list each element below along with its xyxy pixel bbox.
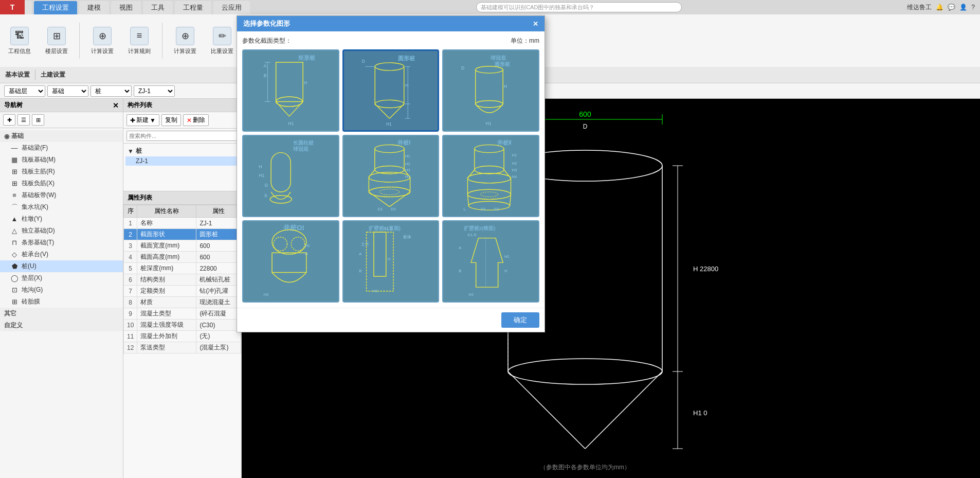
svg-text:L: L	[464, 207, 466, 211]
svg-text:D1 D: D1 D	[384, 226, 393, 231]
svg-text:D1: D1	[481, 207, 486, 211]
svg-line-19	[289, 101, 303, 116]
svg-text:H1: H1	[373, 289, 378, 293]
svg-text:H1: H1	[504, 254, 510, 259]
svg-point-28	[375, 63, 404, 70]
svg-text:H3: H3	[512, 168, 517, 172]
svg-text:球冠底: 球冠底	[293, 146, 308, 152]
svg-text:H1: H1	[386, 121, 392, 127]
svg-text:井桩Ⅱ: 井桩Ⅱ	[497, 139, 511, 146]
dialog-close-btn[interactable]: ✕	[533, 20, 538, 28]
shape-card-well-pile-1[interactable]: 井桩Ⅰ	[342, 135, 440, 217]
svg-point-90	[468, 189, 511, 199]
svg-text:B: B	[264, 73, 267, 78]
svg-text:H: H	[504, 84, 507, 89]
svg-point-31	[375, 100, 404, 108]
svg-text:B: B	[359, 269, 361, 273]
svg-text:H: H	[304, 80, 307, 85]
svg-text:圆形桩: 圆形桩	[495, 61, 511, 67]
svg-point-84	[475, 166, 504, 173]
svg-rect-54	[271, 153, 291, 192]
svg-line-73	[389, 192, 410, 207]
shape-card-round-pile[interactable]: 圆形桩 D H	[342, 49, 440, 132]
svg-point-70	[369, 187, 410, 197]
shape-card-well-pile-2[interactable]: 井桩Ⅱ	[442, 135, 539, 217]
svg-text:H1: H1	[405, 154, 410, 158]
svg-text:D: D	[265, 183, 268, 188]
svg-line-32	[375, 104, 389, 118]
svg-text:H: H	[504, 269, 507, 273]
svg-point-104	[274, 237, 287, 251]
unit-label: 单位：mm	[511, 37, 539, 45]
svg-text:D2: D2	[494, 207, 499, 211]
shape-card-retaining-pile-2[interactable]: 扩壁桩2(锥面) D1 D A B H1 H H2	[442, 220, 539, 303]
shape-card-oval-sphere-pile[interactable]: 长圆柱桩 球冠底 H H1 D b	[242, 135, 339, 217]
svg-rect-115	[374, 232, 386, 276]
svg-text:D1 D: D1 D	[468, 233, 477, 237]
dialog-title-bar: 选择参数化图形 ✕	[237, 16, 545, 31]
svg-text:扩壁桩2(锥面): 扩壁桩2(锥面)	[463, 225, 496, 231]
svg-point-103	[272, 229, 306, 254]
svg-point-87	[468, 173, 511, 183]
svg-text:长圆柱桩: 长圆柱桩	[293, 140, 314, 146]
svg-text:D1: D1	[377, 207, 383, 211]
dialog-body: 参数化截面类型： 单位：mm 矩形桩 A	[237, 31, 545, 308]
svg-text:H3: H3	[405, 168, 410, 172]
svg-point-94	[469, 201, 510, 210]
svg-text:D2: D2	[391, 207, 396, 211]
svg-text:H1: H1	[259, 173, 264, 178]
svg-text:球冠底: 球冠底	[491, 55, 506, 61]
svg-text:H2: H2	[512, 161, 517, 166]
svg-rect-106	[272, 253, 306, 272]
shape-card-sphere-bottom-pile[interactable]: 球冠底 圆形桩 D H H1	[442, 49, 539, 132]
dialog-title-text: 选择参数化图形	[243, 19, 290, 28]
svg-text:b: b	[265, 193, 267, 198]
svg-text:H1: H1	[305, 243, 310, 248]
confirm-button[interactable]: 确定	[501, 312, 539, 328]
svg-text:H2: H2	[264, 292, 269, 297]
dialog-footer: 确定	[237, 308, 545, 332]
svg-text:H: H	[405, 83, 408, 88]
svg-rect-16	[276, 62, 303, 101]
svg-text:A: A	[459, 245, 462, 250]
svg-text:H: H	[259, 164, 262, 169]
svg-point-105	[291, 237, 305, 251]
svg-text:矩形桩: 矩形桩	[298, 55, 316, 61]
svg-text:土方: 土方	[361, 242, 369, 246]
svg-text:A: A	[359, 252, 362, 256]
svg-text:B: B	[459, 269, 462, 273]
shape-card-retaining-pile-1[interactable]: 扩壁桩1(直面) 土方 D1 D 桩体 A B H H1	[342, 220, 440, 303]
svg-rect-114	[366, 232, 393, 291]
svg-text:H: H	[305, 252, 308, 256]
shape-card-well-pile-3[interactable]: 井桩ΩI H1 H H2	[242, 220, 339, 303]
svg-text:D: D	[361, 59, 365, 64]
svg-point-48	[476, 101, 503, 108]
shape-card-rect-pile[interactable]: 矩形桩 A B H H1	[242, 49, 339, 132]
svg-point-45	[476, 66, 503, 73]
shape-grid: 矩形桩 A B H H1	[242, 49, 539, 303]
svg-text:H: H	[387, 257, 390, 261]
svg-text:圆形桩: 圆形桩	[398, 55, 415, 61]
svg-text:H1: H1	[288, 121, 294, 126]
svg-text:H1: H1	[512, 153, 517, 157]
svg-text:H2: H2	[469, 292, 474, 297]
svg-point-61	[374, 145, 404, 152]
svg-text:D: D	[461, 65, 464, 70]
svg-line-33	[389, 104, 404, 118]
svg-text:A: A	[264, 63, 267, 68]
dialog-overlay: 选择参数化图形 ✕ 参数化截面类型： 单位：mm 矩形桩	[0, 0, 980, 478]
svg-point-71	[379, 189, 399, 194]
dialog-section-label: 参数化截面类型： 单位：mm	[242, 37, 539, 45]
svg-line-72	[369, 192, 389, 207]
svg-text:H4: H4	[512, 174, 518, 179]
svg-text:井桩Ⅰ: 井桩Ⅰ	[397, 139, 410, 146]
svg-line-18	[276, 101, 289, 116]
svg-text:H1: H1	[486, 121, 492, 126]
svg-text:H2: H2	[405, 162, 410, 166]
svg-text:井桩ΩI: 井桩ΩI	[283, 224, 304, 232]
svg-marker-122	[471, 238, 503, 287]
svg-point-91	[481, 192, 498, 197]
svg-point-81	[475, 145, 504, 152]
shape-select-dialog: 选择参数化图形 ✕ 参数化截面类型： 单位：mm 矩形桩	[237, 15, 545, 332]
svg-text:H4: H4	[405, 174, 411, 179]
